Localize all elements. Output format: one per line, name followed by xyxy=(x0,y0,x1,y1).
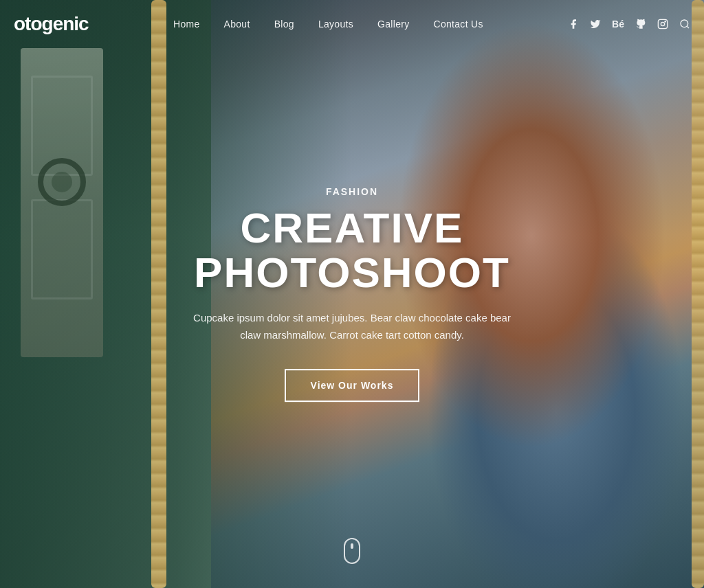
nav-link-contact[interactable]: Contact Us xyxy=(433,19,483,30)
scroll-mouse-icon xyxy=(344,538,360,564)
instagram-icon[interactable] xyxy=(657,19,668,30)
social-links: Bé xyxy=(568,19,690,30)
main-navigation: otogenic Home About Blog Layouts Gallery… xyxy=(0,0,704,48)
nav-link-layouts[interactable]: Layouts xyxy=(318,19,353,30)
nav-item-gallery[interactable]: Gallery xyxy=(377,18,409,30)
nav-item-home[interactable]: Home xyxy=(173,18,200,30)
rope-right xyxy=(692,0,704,588)
scroll-wheel xyxy=(351,543,353,549)
nav-link-home[interactable]: Home xyxy=(173,19,200,30)
svg-point-3 xyxy=(681,20,688,27)
hero-cta-button[interactable]: View Our Works xyxy=(285,369,420,402)
wreath-decoration xyxy=(38,158,86,206)
nav-link-gallery[interactable]: Gallery xyxy=(377,19,409,30)
site-logo[interactable]: otogenic xyxy=(14,13,89,35)
hero-title: CREATIVE PHOTOSHOOT xyxy=(146,205,558,295)
nav-item-layouts[interactable]: Layouts xyxy=(318,18,353,30)
nav-item-about[interactable]: About xyxy=(224,18,250,30)
nav-link-blog[interactable]: Blog xyxy=(274,19,294,30)
hero-description: Cupcake ipsum dolor sit amet jujubes. Be… xyxy=(187,310,517,344)
scroll-indicator xyxy=(344,538,360,564)
hero-content: Fashion CREATIVE PHOTOSHOOT Cupcake ipsu… xyxy=(146,186,558,402)
nav-item-contact[interactable]: Contact Us xyxy=(433,18,483,30)
svg-line-4 xyxy=(687,26,689,28)
twitter-icon[interactable] xyxy=(590,19,601,30)
door-decoration xyxy=(21,48,110,392)
door-panel xyxy=(21,48,103,357)
behance-icon[interactable]: Bé xyxy=(612,19,624,30)
logo-text: otogenic xyxy=(14,13,89,34)
hero-section: otogenic Home About Blog Layouts Gallery… xyxy=(0,0,704,588)
svg-point-2 xyxy=(665,21,666,22)
svg-rect-0 xyxy=(658,19,667,28)
facebook-icon[interactable] xyxy=(568,19,579,30)
hero-category: Fashion xyxy=(146,186,558,197)
github-icon[interactable] xyxy=(635,19,646,30)
svg-point-1 xyxy=(661,22,664,25)
nav-menu: Home About Blog Layouts Gallery Contact … xyxy=(173,18,483,30)
search-icon[interactable] xyxy=(679,19,690,30)
nav-link-about[interactable]: About xyxy=(224,19,250,30)
nav-item-blog[interactable]: Blog xyxy=(274,18,294,30)
